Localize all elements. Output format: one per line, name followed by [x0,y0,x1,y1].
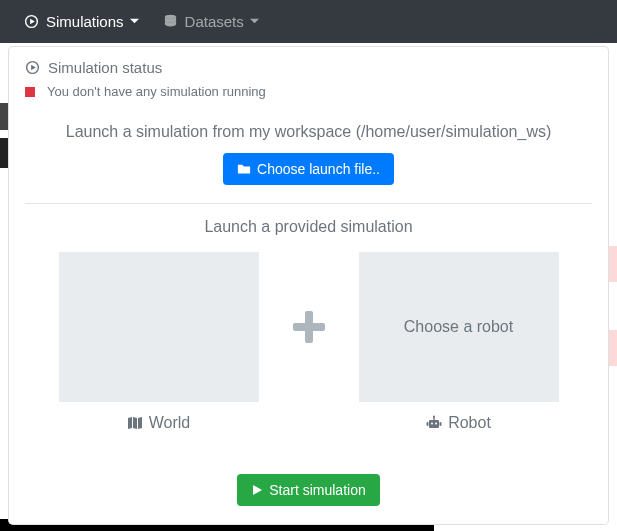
nav-simulations-label: Simulations [46,13,124,30]
plus-icon [289,307,329,347]
robot-icon [426,415,442,431]
database-icon [163,14,178,29]
world-tile[interactable] [59,252,259,402]
start-simulation-label: Start simulation [269,482,365,498]
map-icon [127,415,143,431]
svg-point-9 [435,423,437,425]
choose-launch-file-button[interactable]: Choose launch file.. [223,153,394,185]
nav-datasets[interactable]: Datasets [151,5,271,38]
svg-rect-7 [440,422,442,426]
caret-down-icon [250,17,259,26]
svg-point-0 [164,15,175,19]
svg-rect-3 [429,420,439,428]
play-circle-icon [25,60,40,75]
nav-simulations[interactable]: Simulations [12,5,151,38]
caret-down-icon [130,17,139,26]
svg-point-5 [433,416,435,418]
folder-icon [237,162,251,176]
launch-workspace-text: Launch a simulation from my workspace (/… [9,113,608,153]
simulation-panel: Simulation status You don't have any sim… [8,46,609,525]
divider [25,203,592,204]
status-header: Simulation status [9,47,608,80]
world-label-col: World [59,414,259,432]
svg-rect-2 [293,323,325,331]
world-label: World [149,414,191,432]
svg-point-8 [431,423,433,425]
svg-rect-6 [427,422,429,426]
nav-datasets-label: Datasets [185,13,244,30]
status-message: You don't have any simulation running [47,84,266,99]
choose-launch-file-label: Choose launch file.. [257,161,380,177]
tile-labels-row: World Robot [9,410,608,432]
robot-label: Robot [448,414,491,432]
stop-icon [25,87,35,97]
navbar: Simulations Datasets [0,0,617,43]
robot-label-col: Robot [359,414,559,432]
robot-tile[interactable]: Choose a robot [359,252,559,402]
status-title: Simulation status [48,59,162,76]
provided-simulation-text: Launch a provided simulation [9,216,608,250]
start-simulation-button[interactable]: Start simulation [237,474,379,506]
robot-tile-text: Choose a robot [404,318,513,336]
play-icon [251,484,263,496]
play-circle-icon [24,14,39,29]
choose-grid: Choose a robot [9,250,608,410]
status-message-row: You don't have any simulation running [9,80,608,113]
